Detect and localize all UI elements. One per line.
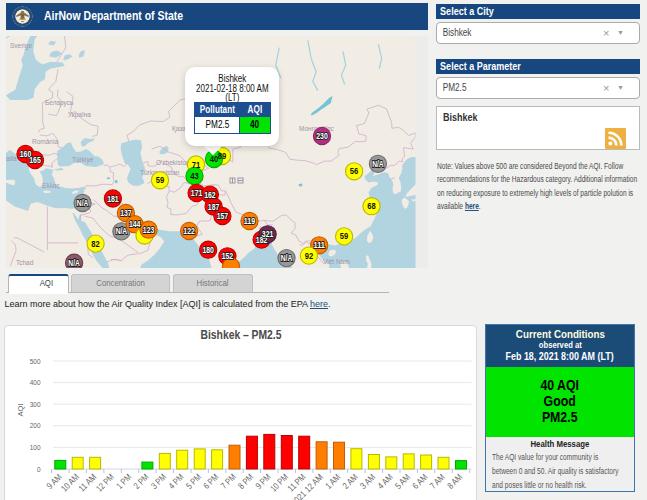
- svg-text:152: 152: [222, 251, 234, 261]
- svg-text:Ελλάς: Ελλάς: [42, 182, 60, 190]
- svg-text:4 AM: 4 AM: [375, 471, 394, 490]
- svg-text:40: 40: [210, 154, 219, 164]
- svg-text:Türkiye: Türkiye: [72, 156, 94, 164]
- svg-text:6 AM: 6 AM: [410, 471, 429, 490]
- svg-text:7 AM: 7 AM: [427, 471, 446, 490]
- svg-text:Беларусь: Беларусь: [45, 99, 74, 107]
- svg-text:Україна: Україна: [68, 111, 91, 119]
- svg-text:181: 181: [107, 194, 119, 204]
- svg-text:111: 111: [313, 240, 325, 250]
- svg-text:10 PM: 10 PM: [268, 471, 290, 493]
- svg-text:5 PM: 5 PM: [184, 471, 203, 490]
- svg-text:5 AM: 5 AM: [393, 471, 412, 490]
- svg-text:AQI: AQI: [15, 403, 24, 416]
- svg-text:144: 144: [129, 219, 141, 229]
- svg-text:123: 123: [143, 225, 155, 235]
- svg-text:Tchad: Tchad: [16, 259, 34, 266]
- svg-text:71: 71: [192, 160, 201, 170]
- svg-text:N/A: N/A: [281, 253, 293, 263]
- svg-text:Sverige: Sverige: [10, 42, 32, 50]
- svg-text:400: 400: [29, 378, 40, 387]
- svg-text:2 PM: 2 PM: [131, 471, 150, 490]
- svg-text:România: România: [32, 138, 58, 145]
- svg-text:321: 321: [262, 229, 274, 239]
- svg-text:82: 82: [91, 239, 100, 249]
- svg-text:200: 200: [29, 421, 40, 430]
- svg-text:1 AM: 1 AM: [323, 471, 342, 490]
- svg-text:119: 119: [244, 216, 256, 226]
- svg-text:N/A: N/A: [372, 159, 384, 169]
- svg-text:43: 43: [190, 171, 199, 181]
- svg-text:59: 59: [156, 175, 165, 185]
- svg-text:N/A: N/A: [116, 226, 128, 236]
- svg-text:180: 180: [202, 245, 214, 255]
- svg-text:N/A: N/A: [68, 258, 80, 268]
- svg-text:8 PM: 8 PM: [236, 471, 255, 490]
- svg-text:230: 230: [316, 131, 328, 141]
- svg-text:187: 187: [208, 202, 220, 212]
- svg-text:11 AM: 11 AM: [76, 471, 98, 493]
- svg-text:7 PM: 7 PM: [218, 471, 237, 490]
- svg-text:Bishkek – PM2.5: Bishkek – PM2.5: [200, 328, 281, 342]
- svg-text:3 PM: 3 PM: [149, 471, 168, 490]
- svg-text:171: 171: [191, 188, 203, 198]
- svg-text:122: 122: [183, 226, 195, 236]
- svg-text:68: 68: [367, 201, 376, 211]
- svg-text:300: 300: [29, 399, 40, 408]
- svg-text:Italia: Italia: [6, 155, 17, 162]
- svg-text:O'zbekiston: O'zbekiston: [156, 159, 190, 166]
- svg-text:100: 100: [29, 442, 40, 451]
- svg-text:3 AM: 3 AM: [358, 471, 377, 490]
- svg-text:157: 157: [217, 211, 229, 221]
- svg-text:6 PM: 6 PM: [201, 471, 220, 490]
- svg-text:165: 165: [29, 155, 41, 165]
- svg-text:10 AM: 10 AM: [59, 471, 81, 493]
- svg-text:1 PM: 1 PM: [114, 471, 133, 490]
- svg-text:Việt Nam: Việt Nam: [323, 258, 350, 265]
- svg-text:59: 59: [340, 231, 349, 241]
- svg-text:92: 92: [305, 251, 314, 261]
- svg-text:N/A: N/A: [77, 198, 89, 208]
- svg-text:12 PM: 12 PM: [94, 471, 116, 493]
- svg-text:0: 0: [36, 464, 40, 473]
- svg-text:4 PM: 4 PM: [166, 471, 185, 490]
- svg-text:162: 162: [204, 190, 216, 200]
- svg-text:137: 137: [120, 208, 132, 218]
- svg-text:500: 500: [29, 356, 40, 365]
- svg-text:8 AM: 8 AM: [445, 471, 464, 490]
- svg-text:89: 89: [218, 151, 227, 161]
- svg-text:56: 56: [350, 166, 359, 176]
- svg-text:2 AM: 2 AM: [340, 471, 359, 490]
